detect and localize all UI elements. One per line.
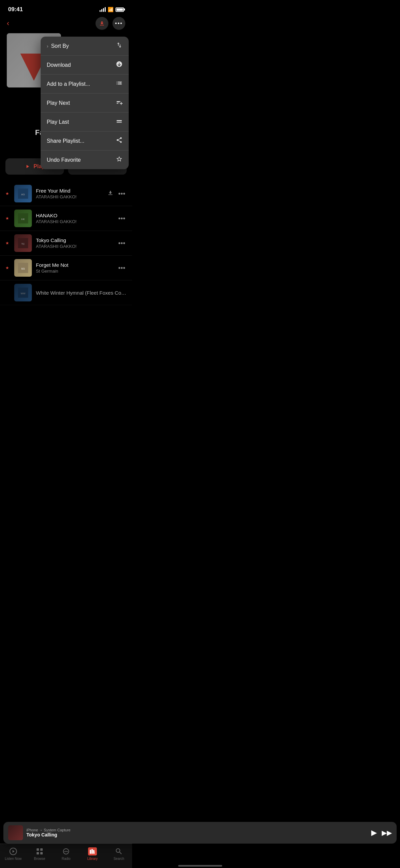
undo-favorite-label: Undo Favorite: [47, 157, 81, 163]
play-last-icon: [116, 118, 123, 126]
song-more-button[interactable]: •••: [117, 189, 127, 199]
song-title: Forget Me Not: [36, 262, 113, 268]
play-next-label: Play Next: [47, 100, 70, 106]
signal-bars-icon: [100, 7, 106, 12]
more-icon: •••: [115, 20, 123, 26]
svg-text:TC: TC: [21, 242, 25, 245]
favorite-star-icon: ★: [5, 241, 10, 245]
song-title: Free Your Mind: [36, 188, 103, 194]
song-info: Tokyo Calling ATARASHII GAKKO!: [36, 237, 113, 249]
song-actions: •••: [117, 263, 127, 273]
download-song-icon[interactable]: [107, 190, 113, 198]
song-artist: ATARASHII GAKKO!: [36, 244, 113, 249]
song-more-button[interactable]: •••: [117, 213, 127, 224]
main-content: › Sort By Download Add to a Playlist...: [0, 33, 132, 121]
status-bar: 09:41 📶: [0, 0, 132, 17]
add-playlist-icon: [116, 80, 123, 88]
download-label: Download: [47, 62, 71, 68]
add-playlist-label: Add to a Playlist...: [47, 81, 90, 87]
svg-text:SG: SG: [21, 267, 25, 270]
svg-text:AG: AG: [21, 193, 25, 196]
svg-text:WW: WW: [21, 292, 26, 295]
back-button[interactable]: ‹: [7, 19, 9, 28]
status-time: 09:41: [8, 6, 23, 13]
song-title: White Winter Hymnal (Fleet Foxes Cover): [36, 290, 127, 296]
chevron-right-icon: ›: [47, 43, 48, 49]
song-title: HANAKO: [36, 213, 113, 218]
sort-by-label: › Sort By: [47, 43, 69, 49]
list-item[interactable]: ★ HK HANAKO ATARASHII GAKKO! •••: [0, 206, 132, 231]
more-button[interactable]: •••: [112, 17, 125, 30]
song-artist: ATARASHII GAKKO!: [36, 194, 103, 199]
favorite-star-icon: ★: [5, 191, 10, 196]
song-info: Forget Me Not St Germain: [36, 262, 113, 274]
menu-item-undo-favorite[interactable]: Undo Favorite: [41, 151, 129, 169]
sort-arrows-icon: [116, 42, 123, 50]
song-thumbnail: AG: [14, 185, 32, 202]
status-icons: 📶: [100, 7, 124, 12]
favorite-star-icon: ★: [5, 216, 10, 221]
song-info: Free Your Mind ATARASHII GAKKO!: [36, 188, 103, 199]
download-icon: [99, 20, 105, 26]
song-more-button[interactable]: •••: [117, 263, 127, 273]
song-info: White Winter Hymnal (Fleet Foxes Cover): [36, 290, 127, 296]
song-more-button[interactable]: •••: [117, 238, 127, 249]
svg-text:HK: HK: [21, 218, 25, 221]
list-item[interactable]: ★ TC Tokyo Calling ATARASHII GAKKO! •••: [0, 231, 132, 256]
battery-icon: [115, 7, 124, 12]
share-playlist-label: Share Playlist...: [47, 138, 84, 144]
menu-item-play-next[interactable]: Play Next: [41, 94, 129, 113]
song-thumbnail: HK: [14, 210, 32, 227]
menu-item-download[interactable]: Download: [41, 56, 129, 75]
song-thumbnail: WW: [14, 284, 32, 301]
top-nav: ‹ •••: [0, 17, 132, 33]
song-actions: •••: [107, 189, 127, 199]
song-actions: •••: [117, 213, 127, 224]
nav-actions: •••: [96, 17, 125, 30]
share-icon: [116, 137, 123, 145]
menu-item-add-playlist[interactable]: Add to a Playlist...: [41, 75, 129, 94]
song-info: HANAKO ATARASHII GAKKO!: [36, 213, 113, 224]
favorite-star-placeholder: ★: [5, 290, 10, 295]
list-item[interactable]: ★ WW White Winter Hymnal (Fleet Foxes Co…: [0, 280, 132, 305]
menu-item-share-playlist[interactable]: Share Playlist...: [41, 132, 129, 151]
menu-item-play-last[interactable]: Play Last: [41, 113, 129, 132]
star-outline-icon: [116, 156, 123, 164]
download-circle-icon: [116, 61, 123, 69]
menu-item-sort-by[interactable]: › Sort By: [41, 37, 129, 56]
download-button[interactable]: [96, 17, 108, 30]
favorite-star-icon: ★: [5, 265, 10, 270]
song-thumbnail: TC: [14, 234, 32, 252]
list-item[interactable]: ★ SG Forget Me Not St Germain •••: [0, 256, 132, 280]
play-icon: [25, 164, 30, 169]
wifi-icon: 📶: [108, 7, 113, 12]
song-title: Tokyo Calling: [36, 237, 113, 243]
song-thumbnail: SG: [14, 259, 32, 277]
play-last-label: Play Last: [47, 119, 69, 125]
list-item[interactable]: ★ AG Free Your Mind ATARASHII GAKKO! •••: [0, 181, 132, 206]
song-artist: St Germain: [36, 269, 113, 274]
song-actions: •••: [117, 238, 127, 249]
context-menu: › Sort By Download Add to a Playlist...: [41, 37, 129, 169]
song-list: ★ AG Free Your Mind ATARASHII GAKKO! •••…: [0, 181, 132, 305]
song-artist: ATARASHII GAKKO!: [36, 219, 113, 224]
play-next-icon: [116, 99, 123, 107]
